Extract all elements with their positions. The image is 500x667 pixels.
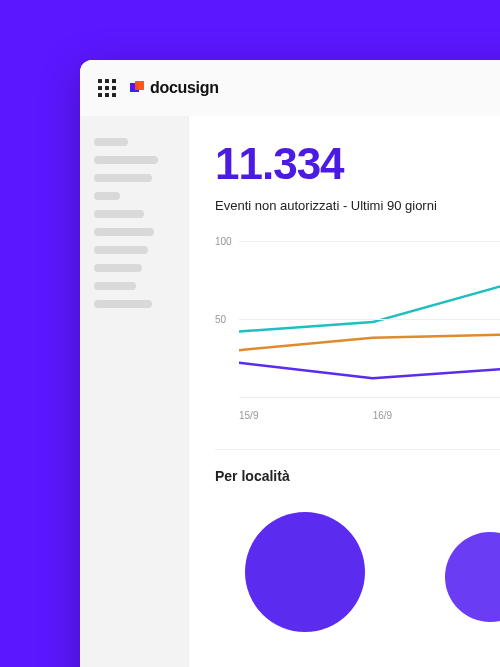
- chart-y-tick: 100: [215, 236, 232, 247]
- topbar: docusign: [80, 60, 500, 116]
- chart-y-tick: 50: [215, 314, 226, 325]
- sidebar-skeleton-line: [94, 156, 158, 164]
- chart-x-tick: 15/9: [239, 410, 373, 421]
- sidebar-skeleton-line: [94, 282, 136, 290]
- main-content: 11.334 Eventi non autorizzati - Ultimi 9…: [188, 116, 500, 667]
- sidebar-skeleton-line: [94, 192, 120, 200]
- sidebar-skeleton-line: [94, 174, 152, 182]
- chart-gridline: [239, 319, 500, 320]
- chart-series-purple: [239, 363, 500, 379]
- brand-name: docusign: [150, 79, 219, 97]
- chart-x-tick: 16/9: [373, 410, 500, 421]
- metric-value: 11.334: [215, 142, 500, 186]
- chart-gridline: [239, 241, 500, 242]
- sidebar-skeleton-line: [94, 246, 148, 254]
- chart-series-orange: [239, 300, 500, 350]
- chart-x-ticks: 15/916/917/9: [239, 410, 500, 421]
- sidebar-skeleton-line: [94, 300, 152, 308]
- bubble-chart: [215, 502, 500, 642]
- per-localita-card: Per località: [215, 449, 500, 642]
- events-line-chart: 15/916/917/9 10050: [215, 241, 500, 421]
- apps-grid-icon[interactable]: [98, 79, 116, 97]
- sidebar: [80, 116, 188, 667]
- sidebar-skeleton-line: [94, 264, 142, 272]
- bubble-small: [445, 532, 500, 622]
- per-localita-title: Per località: [215, 468, 500, 484]
- sidebar-skeleton-line: [94, 138, 128, 146]
- app-window: docusign 11.334 Eventi non autorizzati -…: [80, 60, 500, 667]
- brand-logo[interactable]: docusign: [130, 79, 219, 97]
- metric-subtitle: Eventi non autorizzati - Ultimi 90 giorn…: [215, 198, 500, 213]
- bubble-large: [245, 512, 365, 632]
- sidebar-skeleton-line: [94, 210, 144, 218]
- body: 11.334 Eventi non autorizzati - Ultimi 9…: [80, 116, 500, 667]
- sidebar-skeleton-line: [94, 228, 154, 236]
- chart-baseline: [239, 397, 500, 398]
- brand-mark-icon: [130, 81, 144, 95]
